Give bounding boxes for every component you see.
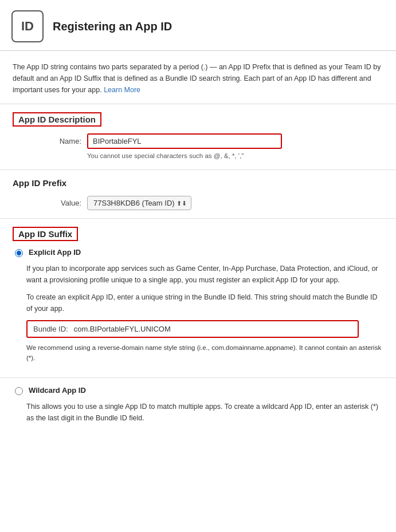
- prefix-value-row: Value: 77S3H8KDB6 (Team ID) ⬆⬇: [47, 196, 383, 210]
- bundle-id-label: Bundle ID:: [33, 325, 68, 333]
- name-input[interactable]: [87, 133, 282, 149]
- intro-section: The App ID string contains two parts sep…: [0, 51, 396, 104]
- explicit-desc-1: If you plan to incorporate app services …: [26, 263, 383, 286]
- intro-text: The App ID string contains two parts sep…: [13, 63, 381, 94]
- wildcard-radio[interactable]: [15, 387, 23, 395]
- team-id-select-wrapper: 77S3H8KDB6 (Team ID) ⬆⬇: [87, 196, 191, 210]
- explicit-desc-2: To create an explicit App ID, enter a un…: [26, 291, 383, 314]
- app-id-description-title: App ID Description: [13, 112, 101, 127]
- wildcard-desc: This allows you to use a single App ID t…: [26, 401, 383, 424]
- team-id-select[interactable]: 77S3H8KDB6 (Team ID): [87, 196, 191, 210]
- app-id-suffix-title: App ID Suffix: [13, 227, 78, 241]
- learn-more-link[interactable]: Learn More: [104, 86, 140, 94]
- page-title: Registering an App ID: [53, 20, 172, 33]
- name-hint: You cannot use special characters such a…: [87, 152, 383, 159]
- name-field-row: Name:: [47, 133, 383, 149]
- explicit-label: Explicit App ID: [29, 248, 81, 257]
- app-id-description-section: App ID Description Name: You cannot use …: [0, 104, 396, 170]
- page-header: ID Registering an App ID: [0, 0, 396, 51]
- bundle-hint: We recommend using a reverse-domain name…: [26, 342, 383, 364]
- wildcard-section: Wildcard App ID This allows you to use a…: [0, 378, 396, 432]
- bundle-id-input[interactable]: [74, 325, 352, 333]
- bundle-id-row: Bundle ID:: [26, 320, 359, 338]
- explicit-radio[interactable]: [15, 249, 23, 257]
- name-label: Name:: [47, 137, 81, 145]
- app-id-icon: ID: [11, 10, 44, 42]
- app-id-suffix-section: App ID Suffix Explicit App ID If you pla…: [0, 219, 396, 378]
- wildcard-app-id-option: Wildcard App ID: [13, 386, 383, 395]
- wildcard-label: Wildcard App ID: [29, 386, 86, 395]
- icon-text: ID: [21, 19, 34, 34]
- explicit-app-id-option: Explicit App ID: [13, 248, 383, 257]
- value-label: Value:: [47, 199, 81, 207]
- app-id-prefix-title: App ID Prefix: [13, 178, 383, 188]
- app-id-prefix-section: App ID Prefix Value: 77S3H8KDB6 (Team ID…: [0, 170, 396, 219]
